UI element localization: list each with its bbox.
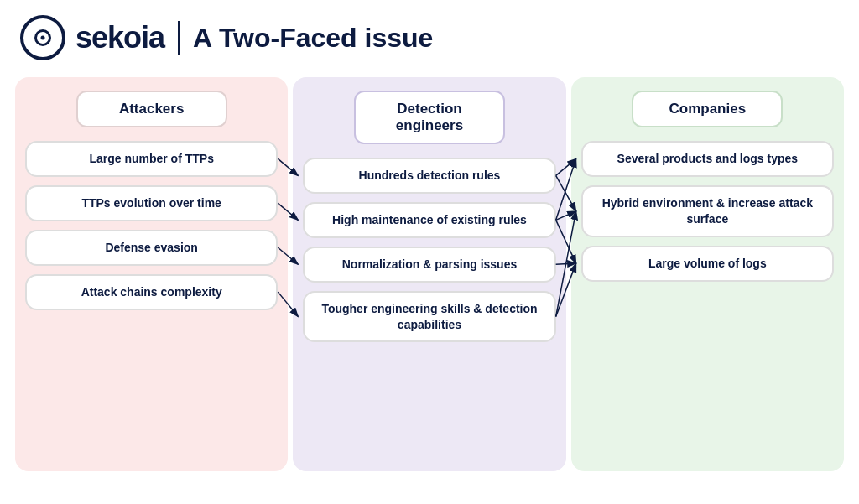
companies-header: Companies xyxy=(632,91,783,127)
list-item: Several products and logs types xyxy=(581,141,834,177)
diagram: Attackers Large number of TTPs TTPs evol… xyxy=(0,69,859,480)
brand-name: sekoia xyxy=(75,20,164,55)
list-item: Large number of TTPs xyxy=(25,141,278,177)
list-item: Hybrid environment & increase attack sur… xyxy=(581,185,834,237)
column-companies: Companies Several products and logs type… xyxy=(571,77,844,471)
list-item: Hundreds detection rules xyxy=(303,158,555,194)
list-item: High maintenance of existing rules xyxy=(303,202,555,238)
logo xyxy=(20,15,65,60)
list-item: Normalization & parsing issues xyxy=(303,247,555,283)
list-item: Tougher engineering skills & detection c… xyxy=(303,291,555,343)
logo-inner xyxy=(34,29,51,46)
column-detection: Detection engineers Hundreds detection r… xyxy=(293,77,565,471)
list-item: TTPs evolution over time xyxy=(25,185,278,221)
list-item: Defense evasion xyxy=(25,230,278,266)
list-item: Large volume of logs xyxy=(581,246,834,282)
column-attackers: Attackers Large number of TTPs TTPs evol… xyxy=(15,77,288,471)
page-title: A Two-Faced issue xyxy=(193,23,433,54)
header-divider xyxy=(178,21,180,55)
attackers-header: Attackers xyxy=(76,91,227,127)
detection-header: Detection engineers xyxy=(354,91,505,144)
list-item: Attack chains complexity xyxy=(25,274,278,310)
header: sekoia A Two-Faced issue xyxy=(0,0,859,69)
